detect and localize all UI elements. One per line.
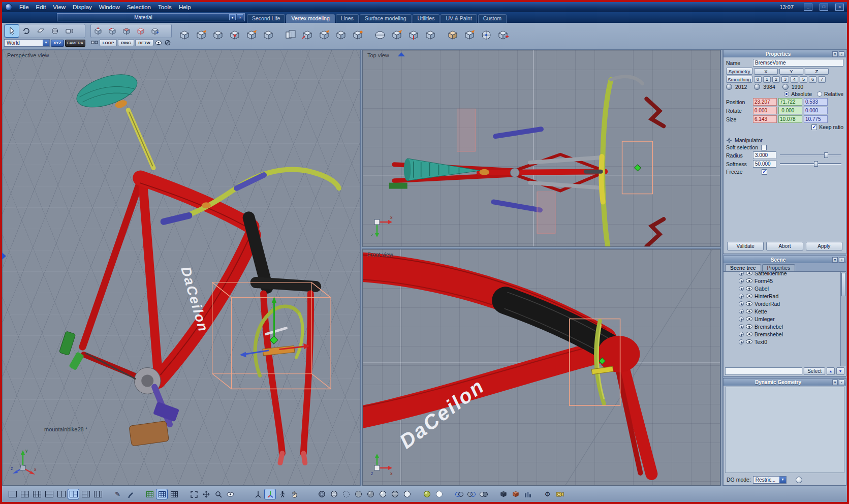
panel-collapse-handle[interactable] (396, 50, 408, 59)
axis-z-button[interactable]: Z (805, 68, 829, 75)
layout-quad-icon[interactable] (19, 489, 30, 499)
properties-dropdown-button[interactable]: ▼ (832, 51, 838, 57)
tree-item[interactable]: Form45 (724, 277, 840, 285)
axes-icon[interactable] (253, 489, 263, 499)
visibility-eye-icon[interactable] (746, 301, 752, 306)
shading-bright-icon[interactable] (402, 489, 413, 499)
properties-close-button[interactable]: × (839, 51, 844, 57)
modeling-tool-icon[interactable] (372, 28, 388, 42)
multi-mode-icon[interactable] (148, 25, 162, 37)
shading-hidden-line-icon[interactable] (329, 489, 339, 499)
maximize-button[interactable]: □ (820, 4, 828, 11)
tab-vertex-modeling[interactable]: Vertex modeling (286, 14, 334, 23)
modeling-tool-icon[interactable] (244, 28, 259, 42)
modeling-tool-icon[interactable] (283, 28, 298, 42)
smoothing-level-2[interactable]: 2 (772, 76, 780, 83)
soft-selection-checkbox[interactable]: ✓ (761, 145, 767, 150)
scene-search-input[interactable] (725, 367, 802, 375)
tab-second-life[interactable]: Second Life (247, 14, 285, 23)
tree-item[interactable]: Gabel (724, 285, 840, 292)
visibility-eye-icon[interactable] (746, 271, 752, 275)
vertex-mode-icon[interactable] (91, 25, 105, 37)
smoothing-level-5[interactable]: 5 (800, 76, 807, 83)
menu-tools[interactable]: Tools (158, 4, 172, 10)
modeling-tool-icon[interactable] (210, 28, 226, 42)
material-cube-icon[interactable] (510, 489, 521, 499)
menu-file[interactable]: File (19, 4, 29, 10)
position-x-input[interactable] (753, 98, 777, 106)
layout-hsplit-icon[interactable] (44, 489, 54, 499)
tree-item[interactable]: VorderRad (724, 300, 840, 307)
select-connected-icon[interactable] (90, 39, 99, 46)
magnifier-icon[interactable] (213, 489, 224, 499)
modeling-tool-icon[interactable] (423, 28, 438, 42)
modeling-tool-icon[interactable] (317, 28, 332, 42)
softness-slider-thumb[interactable] (814, 161, 818, 167)
modeling-tool-icon[interactable] (177, 28, 192, 42)
layout-vsplit-icon[interactable] (56, 489, 67, 499)
layout-single-icon[interactable] (7, 489, 18, 499)
scene-panel-header[interactable]: Scene ▼ × (724, 256, 846, 263)
layout-columns-icon[interactable] (92, 489, 103, 499)
dg-mode-dropdown[interactable]: Restric... ▼ (753, 476, 787, 484)
hand-icon[interactable] (289, 489, 300, 499)
settings-gear-icon[interactable]: ⚙ (542, 489, 553, 499)
expand-icon[interactable] (739, 309, 744, 314)
white-sphere-icon[interactable] (434, 489, 445, 499)
axis-y-button[interactable]: Y (779, 68, 803, 75)
shading-smooth-icon[interactable] (365, 489, 376, 499)
shading-shiny-icon[interactable] (378, 489, 388, 499)
modeling-tool-icon[interactable] (445, 28, 460, 42)
expand-icon[interactable] (739, 286, 744, 291)
modeling-tool-icon[interactable] (389, 28, 404, 42)
shading-wireframe-icon[interactable] (317, 489, 327, 499)
loop-button[interactable]: LOOP (100, 39, 117, 46)
modeling-tool-icon[interactable] (300, 28, 315, 42)
close-button[interactable]: × (835, 4, 844, 11)
viewport-top[interactable]: Top view x z (362, 50, 720, 247)
camera-icon[interactable] (62, 25, 76, 37)
material-close-button[interactable]: × (237, 14, 243, 20)
smoothing-level-7[interactable]: 7 (818, 76, 826, 83)
camera-mode-button[interactable]: CAMERA (65, 40, 85, 47)
menu-display[interactable]: Display (73, 4, 92, 10)
abort-button[interactable]: Abort (766, 242, 803, 250)
visibility-eye-icon[interactable] (746, 278, 752, 283)
visibility-eye-icon[interactable] (746, 294, 752, 298)
scene-scrollbar[interactable] (840, 272, 846, 366)
visibility-eye-icon[interactable] (746, 286, 752, 291)
pan-arrows-icon[interactable] (201, 489, 211, 499)
scene-dropdown-button[interactable]: ▼ (832, 257, 838, 263)
render-camera-icon[interactable] (554, 489, 565, 499)
visibility-eye-icon[interactable] (746, 317, 752, 321)
scroll-down-button[interactable]: ▼ (836, 367, 844, 375)
world-dropdown[interactable]: World ▼ (4, 39, 50, 47)
axis-x-button[interactable]: X (754, 68, 778, 75)
position-z-input[interactable] (804, 98, 828, 106)
smoothing-level-1[interactable]: 1 (763, 76, 771, 83)
modeling-tool-icon[interactable] (406, 28, 421, 42)
material-dropdown-button[interactable]: ▼ (229, 14, 236, 20)
name-input[interactable] (753, 59, 843, 67)
tree-item[interactable]: Umleger (724, 315, 840, 323)
tab-utilities[interactable]: Utilities (413, 14, 440, 23)
scroll-up-button[interactable]: ▲ (827, 367, 835, 375)
stats-columns-icon[interactable] (522, 489, 533, 499)
expand-icon[interactable] (739, 324, 744, 329)
tab-lines[interactable]: Lines (336, 14, 359, 23)
betw-button[interactable]: BETW (135, 39, 153, 46)
hide-icon[interactable] (164, 39, 172, 46)
dg-mode-dropdown-arrow-icon[interactable]: ▼ (779, 477, 786, 483)
rotate-z-input[interactable] (804, 107, 828, 114)
axes-colored-icon[interactable] (265, 489, 275, 499)
select-button[interactable]: Select (804, 367, 825, 375)
material-sphere-icon[interactable] (422, 489, 432, 499)
menu-view[interactable]: View (53, 4, 66, 10)
face-mode-icon[interactable] (120, 25, 134, 37)
size-z-input[interactable] (804, 115, 828, 123)
modeling-tool-icon[interactable] (194, 28, 209, 42)
smoothing-button[interactable]: Smoothing (726, 76, 752, 83)
tree-item[interactable]: Sattelklemme (724, 271, 840, 277)
absolute-radio[interactable] (784, 91, 789, 97)
panel-collapse-handle[interactable] (2, 250, 7, 264)
